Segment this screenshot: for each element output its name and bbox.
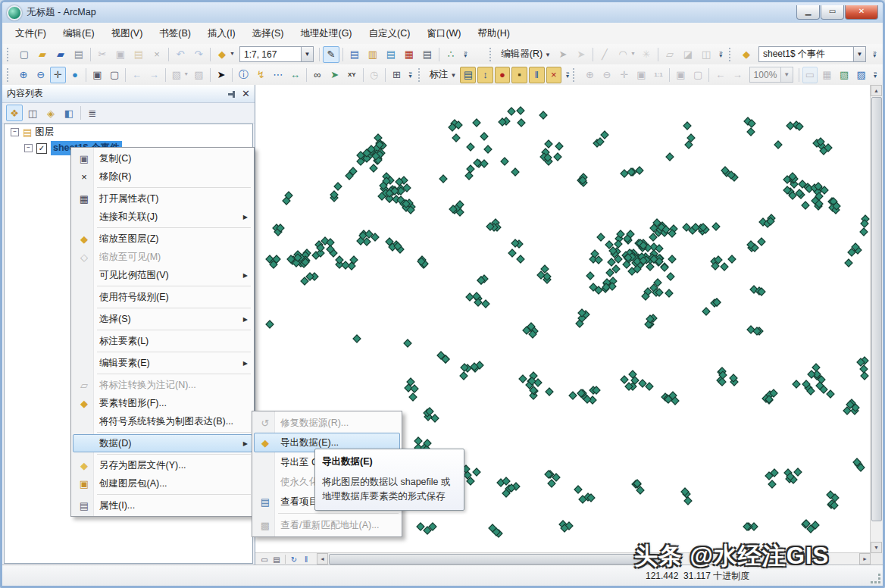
context-menu-item-14[interactable]: 标注要素(L): [73, 332, 252, 350]
add-data-icon[interactable]: ◆▼: [214, 46, 230, 63]
refresh-icon[interactable]: ↻: [288, 554, 300, 565]
context-menu-item-20[interactable]: 将符号系统转换为制图表达(B)...: [73, 412, 252, 430]
layer-visibility-checkbox[interactable]: ✓: [36, 143, 47, 154]
pause-drawing-icon[interactable]: ‖: [300, 554, 312, 565]
model-builder-icon[interactable]: ∴: [442, 46, 459, 63]
toolbar-grip[interactable]: [418, 68, 424, 82]
context-menu-item-27[interactable]: ▤属性(I)...: [73, 496, 252, 514]
layout-view-icon[interactable]: ▤: [271, 554, 283, 565]
vertical-scrollbar[interactable]: ▲ ▼: [870, 85, 883, 553]
find-icon[interactable]: ∞: [310, 67, 326, 83]
menu-8[interactable]: 自定义(C): [361, 24, 419, 43]
toolbar-overflow-icon[interactable]: »▾: [871, 67, 879, 83]
collapse-icon[interactable]: −: [11, 128, 19, 136]
label-priority-icon[interactable]: ↕: [477, 67, 493, 83]
label-manager-icon[interactable]: ▤: [460, 67, 476, 83]
horizontal-scrollbar-thumb[interactable]: [329, 554, 674, 565]
toolbar-grip[interactable]: [573, 68, 578, 82]
toolbar-grip[interactable]: [489, 48, 495, 61]
menu-4[interactable]: 书签(B): [151, 24, 199, 43]
pause-labels-icon[interactable]: ‖: [529, 67, 545, 83]
context-menu-item-25[interactable]: ▣创建图层包(A)...: [73, 474, 252, 493]
context-menu-item-24[interactable]: ◆另存为图层文件(Y)...: [73, 456, 252, 474]
menu-3[interactable]: 视图(V): [103, 24, 152, 43]
identify-icon[interactable]: ⓘ: [236, 67, 252, 83]
pan-icon[interactable]: ✛: [50, 67, 66, 83]
find-route-icon[interactable]: ➤: [327, 67, 342, 83]
measure-icon[interactable]: ↔: [287, 67, 303, 83]
hyperlink-icon[interactable]: ↯: [253, 67, 269, 83]
context-menu-item-4[interactable]: 连接和关联(J)▶: [73, 208, 252, 226]
pin-icon[interactable]: [228, 90, 236, 98]
combo-box[interactable]: 1:7, 167▼: [239, 46, 314, 62]
open-folder-icon[interactable]: ▰: [34, 46, 51, 63]
arctoolbox-icon[interactable]: ▦: [401, 46, 417, 63]
python-window-icon[interactable]: ▤: [419, 46, 436, 63]
context-menu-item-10[interactable]: 使用符号级别(E): [73, 288, 252, 306]
context-menu-item-16[interactable]: 编辑要素(E)▶: [73, 354, 252, 372]
search-window-icon[interactable]: ▤: [383, 46, 399, 63]
select-elements-icon[interactable]: ➤: [214, 67, 230, 83]
toolbar-grip[interactable]: [7, 48, 12, 61]
toc-root-row[interactable]: − ▤ 图层: [5, 124, 252, 140]
close-button[interactable]: ✕: [845, 5, 878, 20]
restore-button[interactable]: ▭: [821, 5, 844, 20]
menu-9[interactable]: 窗口(W): [418, 24, 469, 43]
stop-labels-icon[interactable]: ×: [546, 67, 562, 83]
menu-5[interactable]: 插入(I): [199, 24, 244, 43]
menu-1[interactable]: 文件(F): [7, 24, 55, 43]
toolbar-grip[interactable]: [729, 48, 734, 61]
list-by-selection-icon[interactable]: ◧: [61, 105, 77, 121]
dropdown-arrow-icon[interactable]: ▼: [630, 51, 636, 56]
context-menu-item-0[interactable]: ▣复制(C): [73, 149, 252, 167]
viewer-window-icon[interactable]: ⊞: [389, 67, 405, 83]
label-weight-icon[interactable]: ●: [495, 67, 511, 83]
toolbar-overflow-icon[interactable]: »▾: [871, 47, 879, 62]
combo-dropdown-icon[interactable]: ▼: [853, 47, 865, 61]
context-menu-item-12[interactable]: 选择(S)▶: [73, 310, 252, 328]
close-panel-icon[interactable]: ✕: [242, 89, 250, 99]
menu-10[interactable]: 帮助(H): [470, 24, 518, 43]
print-icon[interactable]: ▤: [70, 46, 87, 63]
combo-dropdown-icon[interactable]: ▼: [301, 47, 313, 61]
collapse-icon[interactable]: −: [24, 144, 33, 152]
toolbar-overflow-icon[interactable]: »▾: [407, 67, 414, 83]
toc-options-icon[interactable]: ≣: [84, 105, 101, 121]
context-menu-item-22[interactable]: 数据(D)▶: [73, 434, 252, 452]
lock-labels-icon[interactable]: ▪: [511, 67, 527, 83]
toolbar-menu-label[interactable]: 编辑器(R)▼: [498, 48, 554, 61]
minimize-button[interactable]: ▁: [796, 5, 820, 20]
list-by-drawing-order-icon[interactable]: ❖: [6, 105, 23, 121]
context-menu-item-8[interactable]: 可见比例范围(V)▶: [73, 266, 252, 284]
scroll-left-icon[interactable]: ◄: [317, 553, 328, 565]
scroll-down-icon[interactable]: ▼: [871, 542, 882, 553]
menu-7[interactable]: 地理处理(G): [292, 24, 360, 43]
scroll-right-icon[interactable]: ►: [859, 553, 871, 565]
html-popup-icon[interactable]: ⋯: [270, 67, 286, 83]
resize-grip[interactable]: [871, 574, 880, 583]
menu-6[interactable]: 选择(S): [244, 24, 292, 43]
context-menu-item-19[interactable]: ◆要素转图形(F)...: [73, 394, 252, 412]
event-diamond-icon[interactable]: ◆: [738, 46, 755, 63]
editor-sketch-icon[interactable]: ✎: [323, 46, 339, 63]
list-by-visibility-icon[interactable]: ◈: [42, 105, 59, 121]
context-menu-item-1[interactable]: ×移除(R): [73, 167, 252, 186]
menu-2[interactable]: 编辑(E): [55, 24, 103, 43]
zoom-in-icon[interactable]: ⊕: [16, 67, 32, 83]
vertical-scrollbar-thumb[interactable]: [871, 97, 882, 521]
change-layout-icon[interactable]: ▧: [837, 67, 852, 83]
list-by-source-icon[interactable]: ◫: [24, 105, 41, 121]
data-driven-pages-icon[interactable]: ▨: [853, 67, 869, 83]
toolbar-overflow-icon[interactable]: »▾: [717, 47, 725, 62]
toolbar-overflow-icon[interactable]: »▾: [461, 47, 470, 62]
toolbar-overflow-icon[interactable]: »▾: [564, 67, 571, 83]
dropdown-arrow-icon[interactable]: ▼: [183, 71, 189, 77]
dropdown-arrow-icon[interactable]: ▼: [230, 51, 235, 56]
context-menu-item-3[interactable]: ▦打开属性表(T): [73, 189, 252, 208]
go-to-xy-icon[interactable]: XY: [344, 67, 360, 83]
toolbar-menu-label[interactable]: 标注▼: [427, 68, 460, 81]
full-extent-icon[interactable]: ●: [67, 67, 83, 83]
toolbar-grip[interactable]: [7, 68, 12, 82]
toc-window-icon[interactable]: ▤: [346, 46, 363, 63]
data-view-icon[interactable]: ▭: [258, 554, 271, 565]
